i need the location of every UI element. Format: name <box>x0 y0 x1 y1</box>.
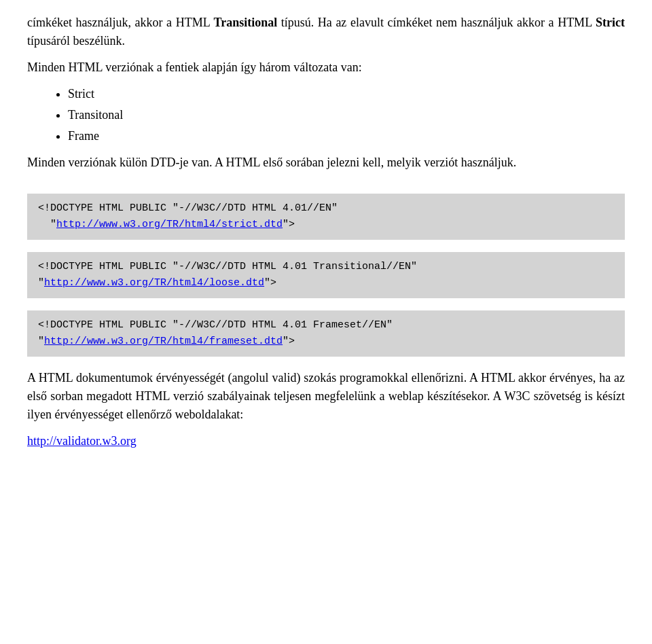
code3-line2-pre: " <box>38 336 44 347</box>
code3-line2-post: "> <box>283 336 295 347</box>
code1-line2-pre: " <box>50 219 56 230</box>
intro-text-1-end: típusáról beszélünk. <box>27 34 125 48</box>
transitional-bold: Transitional <box>214 16 278 29</box>
main-content: címkéket használjuk, akkor a HTML Transi… <box>27 14 625 450</box>
code1-line2-post: "> <box>283 219 295 230</box>
code2-line1: <!DOCTYPE HTML PUBLIC "-//W3C//DTD HTML … <box>38 261 417 272</box>
code1-line1: <!DOCTYPE HTML PUBLIC "-//W3C//DTD HTML … <box>38 202 338 214</box>
code2-line2-pre: " <box>38 277 44 289</box>
validator-link-paragraph: http://validator.w3.org <box>27 432 625 450</box>
intro-text-2: Minden HTML verziónak a fentiek alapján … <box>27 60 362 74</box>
code1-link[interactable]: http://www.w3.org/TR/html4/strict.dtd <box>56 219 283 230</box>
frame-label: Frame <box>68 129 99 143</box>
spacer-1 <box>27 180 625 194</box>
intro-text-3: Minden verziónak külön DTD-je van. A HTM… <box>27 156 516 169</box>
intro-text-1: címkéket használjuk, akkor a HTML <box>27 16 214 29</box>
list-item-strict: Strict <box>68 85 625 103</box>
list-item-transitonal: Transitonal <box>68 106 625 124</box>
code2-link[interactable]: http://www.w3.org/TR/html4/loose.dtd <box>44 277 264 289</box>
intro-text-1-mid: típusú. Ha az elavult címkéket nem haszn… <box>277 16 596 29</box>
intro-paragraph-3: Minden verziónak külön DTD-je van. A HTM… <box>27 154 625 172</box>
code3-link[interactable]: http://www.w3.org/TR/html4/frameset.dtd <box>44 336 283 347</box>
transitonal-label: Transitonal <box>68 108 123 122</box>
intro-paragraph-2: Minden HTML verziónak a fentiek alapján … <box>27 58 625 77</box>
bottom-text-1: A HTML dokumentumok érvényességét (angol… <box>27 371 625 421</box>
bottom-paragraph: A HTML dokumentumok érvényességét (angol… <box>27 369 625 424</box>
code2-line2-post: "> <box>264 277 276 289</box>
list-item-frame: Frame <box>68 127 625 145</box>
code1-indent <box>38 219 50 230</box>
intro-paragraph-1: címkéket használjuk, akkor a HTML Transi… <box>27 14 625 50</box>
validator-link[interactable]: http://validator.w3.org <box>27 434 137 448</box>
code-block-frameset: <!DOCTYPE HTML PUBLIC "-//W3C//DTD HTML … <box>27 310 625 357</box>
strict-label: Strict <box>68 87 94 101</box>
strict-bold: Strict <box>596 16 625 29</box>
html-versions-list: Strict Transitonal Frame <box>68 85 625 145</box>
code-block-strict: <!DOCTYPE HTML PUBLIC "-//W3C//DTD HTML … <box>27 194 625 240</box>
code-block-transitional: <!DOCTYPE HTML PUBLIC "-//W3C//DTD HTML … <box>27 252 625 298</box>
code3-line1: <!DOCTYPE HTML PUBLIC "-//W3C//DTD HTML … <box>38 319 393 331</box>
